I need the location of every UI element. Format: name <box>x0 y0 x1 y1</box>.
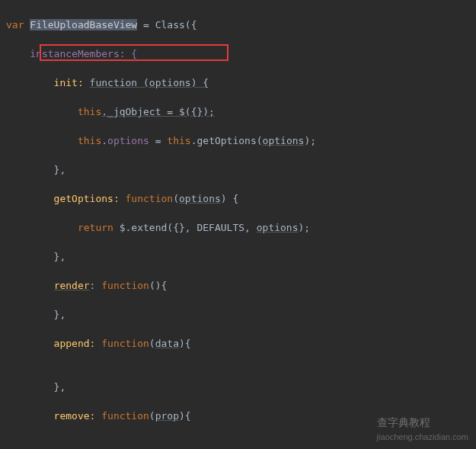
code-text <box>6 135 78 146</box>
code-text: ) { <box>221 193 238 204</box>
code-line: }, <box>6 380 470 394</box>
selected-text: FileUploadBaseView <box>30 19 137 30</box>
code-text: ( <box>149 338 155 349</box>
code-line: }, <box>6 307 470 322</box>
code-text: }, <box>6 164 65 175</box>
code-text: . <box>101 135 107 146</box>
keyword: this <box>78 106 101 117</box>
code-text <box>6 280 54 291</box>
keyword: function <box>101 410 149 422</box>
code-line: }, <box>6 162 470 177</box>
code-text: ); <box>299 222 311 233</box>
code-text: $.extend({}, DEFAULTS, <box>113 222 257 233</box>
code-text <box>6 106 78 117</box>
keyword: function <box>90 77 138 88</box>
code-text: append: <box>6 338 101 349</box>
code-text: ( <box>173 193 179 204</box>
code-line: var FileUploadBaseView = Class({ <box>6 18 470 32</box>
code-line: render: function(){ <box>6 278 470 293</box>
param: prop <box>155 410 179 422</box>
code-text: }, <box>6 381 65 393</box>
keyword-var: var <box>6 19 30 30</box>
param: options <box>257 222 299 233</box>
code-text: = <box>149 135 167 146</box>
code-line: append: function(data){ <box>6 336 470 351</box>
keyword: function <box>101 338 149 349</box>
prop: options <box>107 135 149 146</box>
param: options <box>263 135 305 146</box>
code-line: return $.extend({}, DEFAULTS, options); <box>6 220 470 235</box>
keyword: this <box>78 135 101 146</box>
code-editor[interactable]: var FileUploadBaseView = Class({ instanc… <box>0 0 476 449</box>
code-text: init: <box>6 77 90 88</box>
code-text: ) { <box>191 77 209 88</box>
code-line: this._jqObject = $({}); <box>6 104 470 119</box>
keyword: function <box>126 193 174 204</box>
code-text: ( <box>137 77 149 88</box>
code-text: ._jqObject = $({}); <box>101 106 215 117</box>
code-text: remove: <box>6 410 101 422</box>
code-text: ){ <box>179 338 191 349</box>
keyword: return <box>78 222 113 233</box>
code-text: ( <box>149 410 155 422</box>
code-text: ); <box>304 135 316 146</box>
code-line: remove: function(prop){ <box>6 409 470 423</box>
code-text: }, <box>6 251 65 262</box>
code-text: = Class({ <box>137 19 196 30</box>
param: data <box>155 338 179 349</box>
code-text: (){ <box>149 280 167 291</box>
code-line: this.options = this.getOptions(options); <box>6 133 470 148</box>
keyword: this <box>167 135 190 146</box>
code-line: init: function (options) { <box>6 75 470 90</box>
code-line: instanceMembers: { <box>6 47 470 61</box>
code-line: getOptions: function(options) { <box>6 191 470 206</box>
code-text: getOptions: <box>6 193 126 204</box>
code-text: .getOptions( <box>191 135 263 146</box>
code-line: }, <box>6 249 470 264</box>
code-text: }, <box>6 309 65 320</box>
code-text <box>6 222 78 233</box>
param: options <box>149 77 191 88</box>
param: options <box>179 193 221 204</box>
code-text: ){ <box>179 410 191 422</box>
code-text: render <box>54 280 90 291</box>
keyword: function <box>101 280 149 291</box>
code-text: instanceMembers: { <box>6 48 137 59</box>
code-text: : <box>90 280 102 291</box>
